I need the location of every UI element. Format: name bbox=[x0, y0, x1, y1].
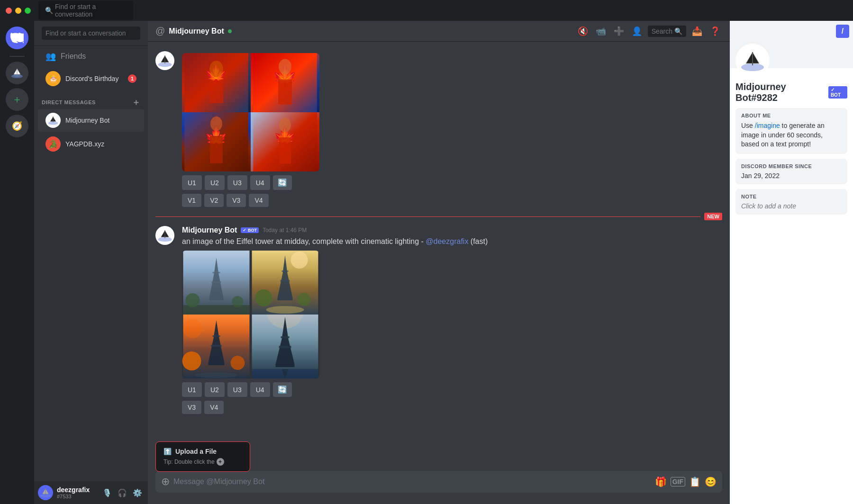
chat-input-area: ⬆️ Upload a File Tip: Double click the +… bbox=[148, 471, 730, 504]
hero-variation-buttons: V1 V2 V3 V4 bbox=[182, 194, 372, 207]
chat-header-actions: 🔇 📹 ➕ 👤 Search 🔍 📥 ❓ bbox=[576, 24, 722, 38]
imagine-link[interactable]: /imagine bbox=[755, 122, 780, 129]
find-conversation-input[interactable]: 🔍 Find or start a conversation bbox=[38, 1, 133, 20]
help-button[interactable]: ❓ bbox=[708, 24, 722, 38]
svg-rect-5 bbox=[45, 489, 46, 495]
user-profile-button[interactable]: 👤 bbox=[630, 24, 644, 38]
dm-add-button[interactable]: ＋ bbox=[132, 98, 141, 107]
svg-point-50 bbox=[182, 351, 201, 370]
about-me-label: ABOUT ME bbox=[741, 113, 842, 118]
svg-rect-49 bbox=[213, 335, 220, 337]
svg-rect-30 bbox=[212, 281, 221, 283]
chat-header-name: Midjourney Bot bbox=[169, 27, 224, 36]
search-label: Search bbox=[652, 27, 672, 35]
close-button[interactable] bbox=[6, 8, 12, 14]
dm-section-label: DIRECT MESSAGES bbox=[42, 99, 96, 105]
sidebar-item-friends[interactable]: 👥 Friends bbox=[38, 46, 144, 66]
variation-4-eiffel[interactable]: V4 bbox=[204, 401, 224, 414]
variation-1-hero[interactable]: V1 bbox=[182, 194, 201, 207]
svg-rect-62 bbox=[752, 52, 753, 65]
plus-icon: + bbox=[217, 458, 224, 466]
find-conversation-label: Find or start a conversation bbox=[55, 3, 128, 18]
about-me-text: Use /imagine to generate an image in und… bbox=[741, 121, 842, 149]
variation-3-eiffel[interactable]: V3 bbox=[182, 401, 201, 414]
online-indicator bbox=[228, 29, 232, 33]
member-since-label: DISCORD MEMBER SINCE bbox=[741, 163, 842, 169]
settings-button[interactable]: ⚙️ bbox=[131, 486, 144, 499]
svg-rect-1 bbox=[17, 69, 18, 75]
svg-point-34 bbox=[232, 296, 244, 307]
refresh-hero[interactable]: 🔄 bbox=[273, 175, 292, 190]
svg-point-14 bbox=[279, 59, 291, 75]
dm-item-yagpdb-label: YAGPDB.xyz bbox=[65, 140, 104, 148]
right-panel-avatar bbox=[735, 44, 770, 78]
bot-badge: ✓ BOT bbox=[241, 227, 259, 233]
server-icon-personal[interactable] bbox=[6, 62, 28, 84]
chat-input-wrapper: ⬆️ Upload a File Tip: Double click the +… bbox=[155, 471, 722, 493]
refresh-eiffel[interactable]: 🔄 bbox=[273, 382, 292, 397]
gift-icon[interactable]: 🎁 bbox=[655, 476, 667, 487]
find-conversation-input[interactable] bbox=[42, 27, 140, 40]
svg-rect-15 bbox=[278, 80, 292, 105]
svg-rect-47 bbox=[209, 363, 225, 365]
username: deezgrafix bbox=[57, 486, 97, 494]
friends-label: Friends bbox=[61, 52, 86, 61]
upscale-2-eiffel[interactable]: U2 bbox=[205, 382, 225, 397]
upload-tooltip-title: ⬆️ Upload a File bbox=[163, 448, 242, 455]
right-panel: / Midjourney Bot#9282 ✓ BOT ABOUT ME Use… bbox=[730, 21, 853, 504]
svg-point-33 bbox=[186, 293, 200, 307]
svg-rect-23 bbox=[279, 137, 291, 164]
dm-item-yagpdb[interactable]: 🐊 YAGPDB.xyz bbox=[38, 133, 144, 155]
variation-2-hero[interactable]: V2 bbox=[204, 194, 224, 207]
upscale-3-hero[interactable]: U3 bbox=[227, 175, 247, 190]
message-time: Today at 1:46 PM bbox=[263, 227, 307, 234]
note-input[interactable]: Click to add a note bbox=[741, 202, 842, 210]
deafen-button[interactable]: 🎧 bbox=[116, 486, 129, 499]
upscale-1-eiffel[interactable]: U1 bbox=[182, 382, 202, 397]
gif-button[interactable]: GIF bbox=[671, 477, 685, 486]
sidebar-item-discord-birthday[interactable]: 🎂 Discord's Birthday 1 bbox=[38, 67, 144, 90]
chat-message-input[interactable] bbox=[173, 472, 655, 492]
emoji-button[interactable]: 😊 bbox=[705, 476, 717, 487]
variation-3-hero[interactable]: V3 bbox=[227, 194, 246, 207]
eiffel-image-bl bbox=[182, 315, 251, 378]
mute-call-button[interactable]: 🔇 bbox=[576, 24, 590, 38]
messages-area[interactable]: 🍁 bbox=[148, 42, 730, 471]
app-body: ＋ 🧭 👥 Friends 🎂 Discord's Birthday 1 DIR… bbox=[0, 21, 853, 504]
svg-rect-19 bbox=[210, 136, 223, 163]
discord-home-button[interactable] bbox=[6, 27, 28, 49]
inbox-button[interactable]: 📥 bbox=[690, 24, 704, 38]
right-panel-content: Midjourney Bot#9282 ✓ BOT ABOUT ME Use /… bbox=[730, 68, 853, 220]
hero-image-tr: 🍁 bbox=[251, 53, 319, 112]
midjourney-avatar bbox=[45, 113, 61, 128]
mute-button[interactable]: 🎙️ bbox=[100, 486, 114, 499]
video-call-button[interactable]: 📹 bbox=[594, 24, 608, 38]
svg-rect-3 bbox=[53, 117, 54, 122]
message-avatar-hero bbox=[155, 51, 174, 70]
hero-image-br: 🍁 bbox=[251, 112, 319, 171]
explore-servers-button[interactable]: 🧭 bbox=[6, 115, 28, 137]
chat-input-plus-button[interactable]: ⊕ bbox=[161, 471, 170, 493]
chat-header: @ Midjourney Bot 🔇 📹 ➕ 👤 Search 🔍 📥 ❓ bbox=[148, 21, 730, 42]
search-button[interactable]: Search 🔍 bbox=[648, 26, 686, 37]
add-friend-header-button[interactable]: ➕ bbox=[612, 24, 626, 38]
note-section[interactable]: NOTE Click to add a note bbox=[735, 189, 847, 215]
minimize-button[interactable] bbox=[15, 8, 21, 14]
message-content-eiffel: an image of the Eiffel tower at midday, … bbox=[182, 236, 722, 247]
message-header-eiffel: Midjourney Bot ✓ BOT Today at 1:46 PM bbox=[182, 226, 722, 234]
maximize-button[interactable] bbox=[25, 8, 31, 14]
upscale-4-eiffel[interactable]: U4 bbox=[250, 382, 270, 397]
add-server-button[interactable]: ＋ bbox=[6, 88, 28, 111]
svg-point-41 bbox=[266, 306, 304, 314]
upscale-2-hero[interactable]: U2 bbox=[205, 175, 225, 190]
svg-point-36 bbox=[291, 252, 308, 269]
sticker-button[interactable]: 📋 bbox=[689, 476, 701, 487]
variation-4-hero[interactable]: V4 bbox=[249, 194, 268, 207]
upscale-4-hero[interactable]: U4 bbox=[250, 175, 270, 190]
upscale-1-hero[interactable]: U1 bbox=[182, 175, 202, 190]
upload-label: Upload a File bbox=[175, 448, 217, 455]
svg-rect-31 bbox=[213, 272, 220, 273]
dm-item-midjourney[interactable]: Midjourney Bot bbox=[38, 109, 144, 132]
svg-rect-48 bbox=[211, 345, 222, 347]
upscale-3-eiffel[interactable]: U3 bbox=[227, 382, 247, 397]
